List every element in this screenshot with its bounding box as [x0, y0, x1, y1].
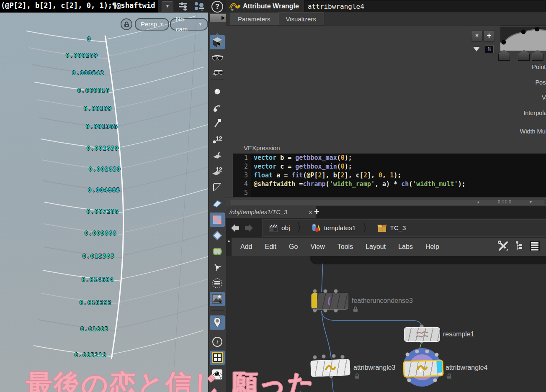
- ramp-point-marker[interactable]: [532, 50, 543, 61]
- chevron-separator: 〉: [363, 220, 370, 235]
- pane-splitter[interactable]: ▲⣿⣿⣿⣿▼: [226, 197, 546, 206]
- menu-help[interactable]: Help: [419, 243, 446, 251]
- lock-icon: [353, 306, 358, 312]
- show-points-icon[interactable]: [210, 85, 225, 99]
- point-value-label: 0.001365: [86, 123, 118, 130]
- menu-edge-strip[interactable]: ▲: [226, 238, 232, 256]
- node-attribwrangle3[interactable]: [310, 359, 350, 377]
- point-value-label: 0.014604: [82, 276, 114, 283]
- ramp-point-marker[interactable]: [498, 50, 510, 61]
- vexpression-label: VEXpression: [244, 144, 280, 151]
- parameters-icon[interactable]: [178, 1, 188, 13]
- ramp-curve-editor[interactable]: [500, 26, 546, 51]
- menu-labs[interactable]: Labs: [392, 243, 419, 251]
- expression-bar: (@P[2], b[2], c[2], 0, 1);¶@shaftwid ▼ ?: [0, 0, 226, 13]
- splitter-grip-icon[interactable]: ▲⣿⣿⣿⣿▼: [476, 199, 533, 205]
- tree-view-icon[interactable]: [515, 241, 523, 253]
- point-numbers-icon[interactable]: 12: [210, 132, 225, 146]
- scene-viewport[interactable]: Persp▼ No cam▼ 00.0002690.0005420.000816…: [0, 13, 208, 392]
- vex-code-editor[interactable]: 12345 vector b = getbbox_max(0);vector c…: [233, 154, 546, 197]
- network-path-bar: obj 〉 templates1 〉 TC_3: [226, 218, 546, 238]
- breadcrumb-item-tc3[interactable]: TC_3: [375, 223, 408, 233]
- menu-add[interactable]: Add: [234, 243, 258, 251]
- show-objects-icon[interactable]: [210, 51, 225, 65]
- display-options-toolbar: 1212i: [208, 13, 227, 392]
- node-label: featheruncondense3: [352, 297, 413, 305]
- network-tab[interactable]: /obj/templates1/TC_3 ×: [226, 206, 316, 218]
- menu-edit[interactable]: Edit: [258, 243, 283, 251]
- multiparm-icon[interactable]: [210, 276, 225, 290]
- code-line: @shaftwidth =chramp('width_ramp', a) * c…: [251, 180, 546, 189]
- vectors-icon[interactable]: [210, 260, 225, 274]
- node-featheruncondense3[interactable]: [311, 293, 348, 310]
- menu-hamburger-icon[interactable]: [529, 241, 540, 253]
- info-icon[interactable]: i: [210, 335, 225, 349]
- point-value-label: 0.005219: [75, 351, 107, 358]
- node-label: attribwrangle3: [353, 364, 396, 372]
- tab-visualizers[interactable]: Visualizers: [278, 13, 324, 25]
- breadcrumb-item-obj[interactable]: obj: [267, 223, 292, 233]
- menu-layout[interactable]: Layout: [359, 243, 392, 251]
- line-number: 5: [233, 189, 251, 197]
- point-groups-icon[interactable]: [210, 228, 225, 243]
- param-label: Point No.: [456, 64, 546, 70]
- tools-icon[interactable]: [497, 241, 509, 253]
- node-list-icon[interactable]: [193, 1, 205, 13]
- point-normals-icon[interactable]: [210, 100, 225, 115]
- chevron-down-icon: ▼: [198, 19, 202, 29]
- node-display-flag[interactable]: [436, 361, 442, 372]
- prim-normals-icon[interactable]: [210, 148, 225, 162]
- help-icon[interactable]: ?: [211, 1, 223, 13]
- expression-dropdown-button[interactable]: ▼: [162, 1, 173, 12]
- show-ghost-objects-icon[interactable]: [210, 66, 225, 80]
- grid-icon[interactable]: [210, 351, 225, 365]
- point-value-label: 0.007286: [87, 208, 119, 215]
- line-number: 4: [233, 180, 251, 189]
- point-trails-icon[interactable]: [210, 116, 225, 131]
- expression-text[interactable]: (@P[2], b[2], c[2], 0, 1);¶@shaftwid: [1, 1, 158, 10]
- viewport-scroll-button[interactable]: [209, 14, 227, 22]
- new-tab-button[interactable]: +: [314, 207, 319, 217]
- snap-pin-icon[interactable]: [210, 315, 225, 330]
- shading-mode-icon[interactable]: [210, 35, 225, 49]
- ramp-add-point-button[interactable]: +: [483, 30, 495, 42]
- prim-numbers-icon[interactable]: 12: [210, 164, 225, 178]
- ramp-point-marker[interactable]: [518, 50, 530, 61]
- breadcrumb-item-templates1[interactable]: templates1: [309, 223, 358, 233]
- background-image-icon[interactable]: [210, 292, 225, 306]
- ramp-collapse-icon[interactable]: [473, 46, 480, 54]
- point-value-label: 0.01605: [80, 325, 108, 332]
- parameter-tabs: Parameters Visualizers: [226, 13, 546, 26]
- point-value-label: 0.004865: [88, 187, 120, 193]
- line-numbers: 12345: [233, 154, 251, 197]
- wrangle-glyph-icon: [416, 364, 428, 373]
- uv-texture-icon[interactable]: [210, 213, 225, 227]
- menu-view[interactable]: View: [304, 243, 331, 251]
- node-label: attribwrangle4: [446, 364, 488, 372]
- node-bypass-flag[interactable]: [312, 293, 317, 308]
- close-tab-icon[interactable]: ×: [309, 209, 312, 216]
- menu-tools[interactable]: Tools: [331, 243, 359, 251]
- node-label: resample1: [443, 331, 474, 338]
- tab-parameters[interactable]: Parameters: [230, 13, 278, 25]
- menu-go[interactable]: Go: [283, 243, 304, 251]
- perspective-menu-button[interactable]: Persp▼: [135, 18, 169, 31]
- svg-text:i: i: [216, 338, 218, 346]
- wrangle-glyph-icon: [325, 363, 337, 373]
- node-attribwrangle4[interactable]: [403, 359, 443, 377]
- prim-hulls-icon[interactable]: [210, 197, 225, 211]
- node-resample1[interactable]: [404, 327, 440, 342]
- camera-menu-button[interactable]: No cam▼: [170, 18, 208, 31]
- lock-icon: [354, 373, 360, 379]
- node-name-field[interactable]: [304, 0, 546, 12]
- ramp-swap-icon[interactable]: ⇅: [485, 45, 494, 53]
- ramp-delete-point-button[interactable]: ×: [471, 30, 483, 42]
- profile-curves-icon[interactable]: [210, 180, 225, 194]
- code-lines[interactable]: vector b = getbbox_max(0);vector c = get…: [251, 154, 546, 197]
- prim-groups-icon[interactable]: [210, 244, 225, 259]
- back-arrow-icon[interactable]: [229, 223, 240, 233]
- lock-camera-icon[interactable]: [121, 18, 132, 30]
- network-tab-bar: /obj/templates1/TC_3 × +: [226, 206, 546, 218]
- forward-arrow-icon[interactable]: [244, 223, 255, 233]
- code-line: float a = fit(@P[2], b[2], c[2], 0, 1);: [251, 171, 546, 180]
